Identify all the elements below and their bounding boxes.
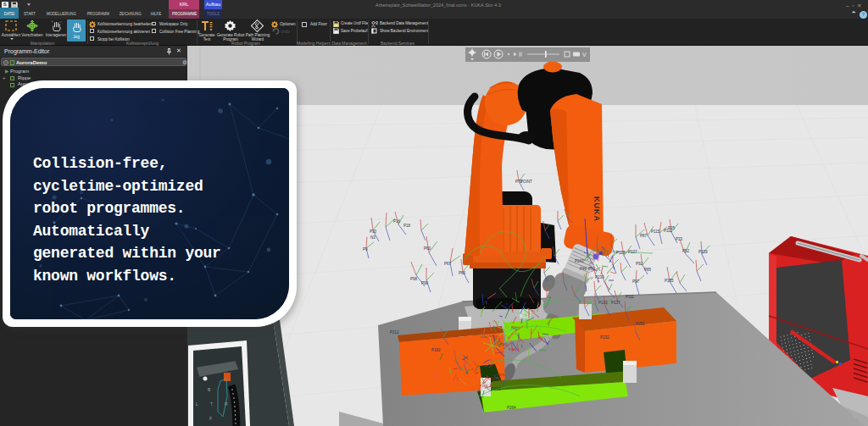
svg-text:P18: P18 — [403, 224, 411, 228]
svg-text:T: T — [210, 401, 213, 407]
svg-text:P263: P263 — [480, 384, 488, 388]
svg-text:P109: P109 — [698, 250, 708, 254]
svg-text:P232: P232 — [600, 335, 609, 340]
svg-text:P33: P33 — [676, 237, 683, 241]
svg-text:P99: P99 — [421, 281, 429, 285]
svg-text:P16: P16 — [393, 219, 401, 224]
svg-text:P98: P98 — [410, 277, 418, 281]
svg-text:P241: P241 — [509, 347, 517, 351]
svg-text:POINT: POINT — [520, 180, 532, 184]
svg-text:P9: P9 — [363, 247, 368, 252]
svg-text:P243: P243 — [575, 259, 584, 263]
svg-text:P60: P60 — [424, 246, 431, 251]
svg-text:P239: P239 — [595, 275, 604, 279]
svg-text:P127: P127 — [628, 250, 637, 254]
svg-text:P35: P35 — [668, 226, 676, 230]
svg-text:V: V — [582, 52, 587, 58]
svg-text:P192: P192 — [431, 348, 441, 352]
svg-text:P66: P66 — [459, 271, 466, 275]
svg-text:P255: P255 — [497, 373, 505, 377]
svg-text:P85: P85 — [644, 268, 652, 272]
svg-text:P97: P97 — [632, 279, 640, 284]
svg-text:P155: P155 — [665, 279, 674, 283]
svg-text:P264: P264 — [507, 406, 516, 410]
svg-text:P133: P133 — [598, 301, 608, 305]
svg-text:P123: P123 — [616, 251, 626, 255]
svg-text:P67: P67 — [444, 262, 452, 266]
svg-text:F: F — [209, 416, 212, 421]
svg-text:N3: N3 — [370, 235, 376, 240]
svg-text:P253: P253 — [492, 387, 501, 391]
svg-text:P115: P115 — [651, 230, 660, 234]
svg-text:P92: P92 — [588, 267, 596, 271]
svg-text:P92: P92 — [636, 262, 643, 266]
svg-text:P87: P87 — [640, 234, 648, 238]
svg-text:L: L — [196, 401, 198, 407]
svg-text:P137: P137 — [611, 301, 620, 305]
svg-text:P30: P30 — [370, 230, 377, 234]
svg-text:P251: P251 — [636, 322, 645, 326]
svg-text:P111: P111 — [626, 295, 634, 299]
svg-text:P245: P245 — [500, 342, 509, 346]
svg-text:P212: P212 — [390, 330, 399, 335]
svg-text:P46: P46 — [580, 267, 587, 271]
svg-text:P52: P52 — [682, 249, 690, 253]
svg-text:KUKA: KUKA — [593, 196, 601, 222]
svg-text:P259: P259 — [487, 377, 495, 381]
